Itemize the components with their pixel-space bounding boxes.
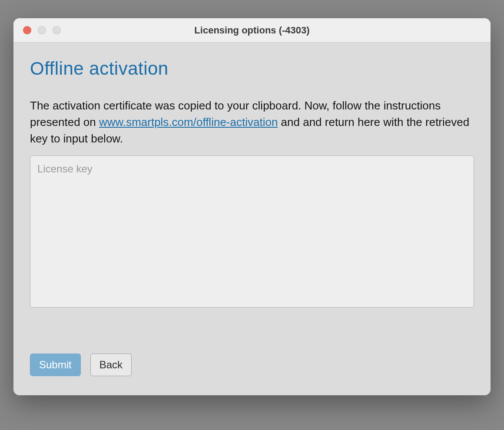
button-row: Submit Back: [30, 354, 474, 376]
licensing-window: Licensing options (-4303) Offline activa…: [13, 18, 491, 395]
license-key-input[interactable]: [30, 155, 474, 308]
submit-button[interactable]: Submit: [30, 354, 81, 376]
window-title: Licensing options (-4303): [13, 25, 491, 36]
back-button[interactable]: Back: [90, 354, 132, 376]
traffic-lights: [23, 26, 61, 34]
instruction-text: The activation certificate was copied to…: [30, 97, 474, 147]
offline-activation-link[interactable]: www.smartpls.com/offline-activation: [99, 116, 278, 129]
content-area: Offline activation The activation certif…: [13, 43, 491, 395]
minimize-icon: [38, 26, 46, 34]
titlebar: Licensing options (-4303): [13, 18, 491, 43]
close-icon[interactable]: [23, 26, 31, 34]
page-heading: Offline activation: [30, 58, 474, 79]
maximize-icon: [53, 26, 61, 34]
